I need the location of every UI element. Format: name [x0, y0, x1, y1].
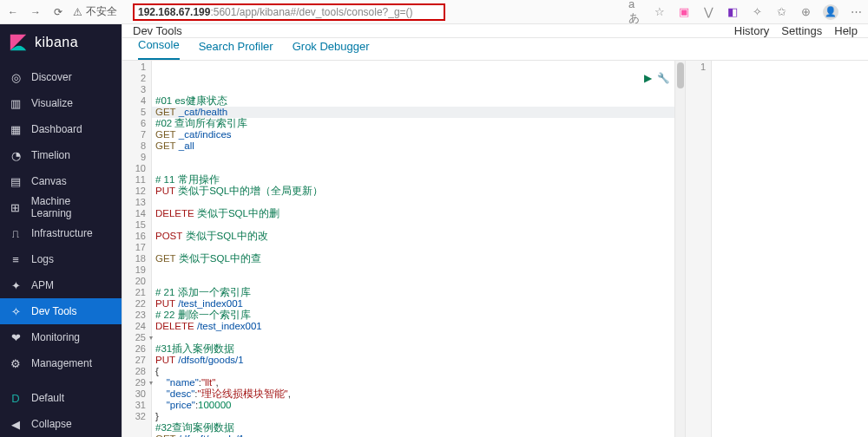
- code-line[interactable]: [152, 163, 674, 174]
- code-line[interactable]: #31插入案例数据: [152, 343, 674, 355]
- profile-avatar[interactable]: 👤: [823, 4, 838, 20]
- sidebar-item-logs[interactable]: ≡Logs: [0, 246, 122, 272]
- visualize-icon: ▥: [9, 96, 23, 110]
- execute-controls: ▶ 🔧: [644, 73, 669, 84]
- ml-icon: ⊞: [9, 200, 23, 214]
- apm-icon: ✦: [9, 278, 23, 292]
- sidebar-item-devtools[interactable]: ✧Dev Tools: [0, 298, 122, 324]
- code-line[interactable]: PUT /test_index001: [152, 298, 674, 310]
- code-line[interactable]: [152, 276, 674, 287]
- extension-icon[interactable]: ✧: [750, 5, 764, 19]
- code-line[interactable]: [152, 152, 674, 163]
- code-line[interactable]: "desc":"理论线损模块智能",: [152, 388, 674, 400]
- code-line[interactable]: DELETE /test_index001: [152, 321, 674, 332]
- sidebar-item-infra[interactable]: ⎍Infrastructure: [0, 220, 122, 246]
- discover-icon: ◎: [9, 70, 23, 84]
- code-line[interactable]: "name":"llt",: [152, 377, 674, 388]
- collections-icon[interactable]: ⊕: [799, 5, 812, 19]
- code-editor[interactable]: ▶ 🔧 #01 es健康状态GET _cat/health#02 查询所有索引库…: [152, 61, 674, 437]
- header-link-history[interactable]: History: [734, 24, 769, 37]
- code-line[interactable]: GET _cat/indices: [152, 129, 674, 140]
- sidebar-item-label: Machine Learning: [31, 195, 113, 219]
- sidebar-item-management[interactable]: ⚙Management: [0, 350, 122, 376]
- refresh-button[interactable]: ⟳: [50, 6, 66, 18]
- chevron-down-icon[interactable]: ⋁: [701, 5, 715, 19]
- devtools-icon: ✧: [9, 304, 23, 318]
- code-line[interactable]: # 21 添加一个索引库: [152, 287, 674, 298]
- sidebar-item-label: Collapse: [31, 418, 72, 430]
- sidebar-item-collapse[interactable]: ◀ Collapse: [0, 411, 122, 437]
- code-line[interactable]: #02 查询所有索引库: [152, 118, 674, 129]
- sidebar-item-timelion[interactable]: ◔Timelion: [0, 142, 122, 168]
- sidebar-item-label: Canvas: [31, 175, 67, 187]
- tab-console[interactable]: Console: [138, 38, 180, 60]
- breadcrumb: Dev Tools: [133, 24, 182, 37]
- sidebar-item-label: Monitoring: [31, 331, 80, 343]
- management-icon: ⚙: [9, 356, 23, 370]
- browser-right-icons: aあ ☆ ▣ ⋁ ◧ ✧ ✩ ⊕ 👤 ⋯: [628, 4, 863, 20]
- header-link-help[interactable]: Help: [834, 24, 858, 37]
- sidebar-item-discover[interactable]: ◎Discover: [0, 64, 122, 90]
- play-icon[interactable]: ▶: [644, 73, 652, 84]
- vertical-scrollbar[interactable]: [674, 61, 685, 437]
- code-line[interactable]: GET 类似于SQL中的查: [152, 253, 674, 264]
- line-gutter: 1234567891011121314151617181920212223242…: [122, 61, 152, 437]
- breadcrumb-row: Dev Tools HistorySettingsHelp: [122, 24, 868, 38]
- code-line[interactable]: }: [152, 411, 674, 422]
- code-line[interactable]: #01 es健康状态: [152, 95, 674, 107]
- insecure-badge: ⚠ 不安全: [73, 4, 117, 19]
- code-line[interactable]: [152, 332, 674, 343]
- code-line[interactable]: [152, 264, 674, 276]
- tabs: ConsoleSearch ProfilerGrok Debugger: [122, 38, 868, 61]
- address-bar[interactable]: 192.168.67.199:5601/app/kibana#/dev_tool…: [133, 3, 445, 21]
- code-line[interactable]: PUT /dfsoft/goods/1: [152, 355, 674, 366]
- favorites-bar-icon[interactable]: ✩: [774, 5, 788, 19]
- tab-search-profiler[interactable]: Search Profiler: [199, 40, 273, 60]
- tv-icon[interactable]: ▣: [677, 5, 691, 19]
- response-pane: 1: [686, 61, 868, 437]
- sidebar-item-monitoring[interactable]: ❤Monitoring: [0, 324, 122, 350]
- code-line[interactable]: # 11 常用操作: [152, 174, 674, 186]
- code-line[interactable]: GET _all: [152, 140, 674, 152]
- infra-icon: ⎍: [9, 226, 23, 240]
- scroll-thumb[interactable]: [677, 62, 684, 88]
- translate-icon[interactable]: aあ: [628, 5, 642, 19]
- app-icon[interactable]: ◧: [726, 5, 740, 19]
- sidebar-item-label: Visualize: [31, 97, 73, 109]
- code-line[interactable]: POST 类似于SQL中的改: [152, 231, 674, 242]
- code-line[interactable]: [152, 219, 674, 231]
- header-links: HistorySettingsHelp: [734, 24, 858, 37]
- code-line[interactable]: "price":100000: [152, 400, 674, 411]
- request-pane: 1234567891011121314151617181920212223242…: [122, 61, 686, 437]
- sidebar-item-visualize[interactable]: ▥Visualize: [0, 90, 122, 116]
- more-icon[interactable]: ⋯: [849, 5, 863, 19]
- sidebar-item-label: Dev Tools: [31, 305, 76, 317]
- sidebar-item-apm[interactable]: ✦APM: [0, 272, 122, 298]
- code-line[interactable]: GET _cat/health: [152, 107, 674, 118]
- code-line[interactable]: #32查询案例数据: [152, 422, 674, 434]
- sidebar-item-canvas[interactable]: ▤Canvas: [0, 168, 122, 194]
- sidebar-item-default[interactable]: D Default: [0, 385, 122, 411]
- sidebar-item-ml[interactable]: ⊞Machine Learning: [0, 194, 122, 220]
- logo[interactable]: kibana: [0, 24, 122, 64]
- sidebar-item-label: Timelion: [31, 149, 70, 161]
- code-line[interactable]: [152, 242, 674, 253]
- code-line[interactable]: GET /dfsoft/goods/1: [152, 434, 674, 437]
- code-line[interactable]: # 22 删除一个索引库: [152, 310, 674, 321]
- sidebar-item-dashboard[interactable]: ▦Dashboard: [0, 116, 122, 142]
- wrench-icon[interactable]: 🔧: [657, 73, 669, 84]
- sidebar-item-label: Dashboard: [31, 123, 82, 135]
- favorite-icon[interactable]: ☆: [653, 5, 667, 19]
- kibana-logo-icon: [9, 33, 28, 52]
- output-editor[interactable]: [712, 61, 868, 437]
- header-link-settings[interactable]: Settings: [781, 24, 822, 37]
- tab-grok-debugger[interactable]: Grok Debugger: [293, 40, 370, 60]
- forward-button[interactable]: →: [28, 6, 43, 18]
- code-line[interactable]: [152, 197, 674, 208]
- dashboard-icon: ▦: [9, 122, 23, 136]
- sidebar-item-label: Logs: [31, 253, 54, 265]
- back-button[interactable]: ←: [5, 6, 21, 18]
- code-line[interactable]: DELETE 类似于SQL中的删: [152, 208, 674, 219]
- code-line[interactable]: {: [152, 366, 674, 377]
- code-line[interactable]: PUT 类似于SQL中的增（全局更新）: [152, 186, 674, 197]
